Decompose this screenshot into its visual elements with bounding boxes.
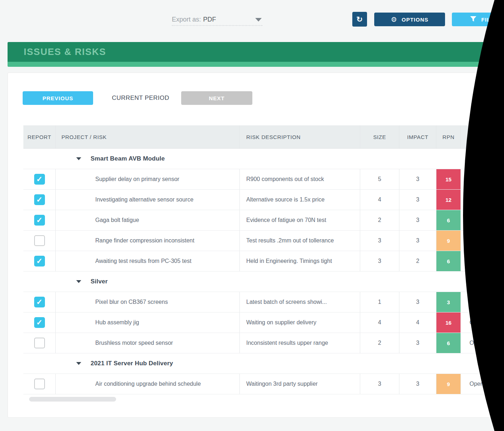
column-header-size[interactable]: SIZE — [360, 125, 399, 148]
size-cell: 4 — [360, 312, 399, 333]
project-group-name: Silver — [91, 278, 108, 285]
section-title-bar: ISSUES & RISKS — [8, 42, 491, 67]
export-as-dropdown[interactable]: Export as: PDF — [172, 14, 262, 26]
refresh-button[interactable]: ↻ — [352, 12, 367, 27]
report-cell: ✓ — [23, 169, 55, 189]
rpn-badge: 15 — [436, 169, 461, 189]
collapse-caret-icon[interactable] — [76, 280, 81, 283]
size-cell: 2 — [360, 210, 399, 230]
report-checkbox[interactable]: ✓ — [34, 215, 45, 226]
size-cell: 2 — [360, 333, 399, 353]
risk-description-cell: Held in Engineering. Timings tight — [239, 251, 360, 271]
report-cell: ✓ — [23, 292, 55, 312]
gear-icon: ⚙ — [391, 16, 397, 23]
report-cell: ✓ — [23, 312, 55, 333]
rpn-badge: 9 — [436, 231, 461, 251]
filter-icon — [470, 16, 476, 23]
table-row[interactable]: ✓ Investigating alternative sensor sourc… — [23, 190, 504, 210]
table-row[interactable]: ✓ Awaiting test results from PC-305 test… — [23, 251, 504, 272]
report-cell — [23, 333, 55, 353]
table-row[interactable]: ✓ Gaga bolt fatigue Evidence of fatigue … — [23, 210, 504, 231]
report-checkbox[interactable] — [34, 235, 45, 246]
table-row[interactable]: Range finder compression inconsistent Te… — [23, 231, 504, 251]
check-icon: ✓ — [36, 216, 43, 224]
top-toolbar: Export as: PDF ↻ ⚙ OPTIONS FILTER — [0, 0, 504, 40]
impact-cell: 3 — [399, 333, 436, 353]
risk-description-cell: Test results .2mm out of tollerance — [239, 231, 360, 251]
rpn-badge: 6 — [436, 251, 461, 271]
refresh-icon: ↻ — [356, 15, 363, 24]
size-cell: 1 — [360, 292, 399, 312]
rpn-cell: 9 — [436, 231, 461, 251]
risk-description-cell: Latest batch of screens showi... — [239, 292, 360, 312]
scrollbar-thumb[interactable] — [29, 397, 116, 402]
impact-cell: 3 — [399, 231, 436, 251]
rpn-badge: 6 — [436, 210, 461, 230]
report-checkbox[interactable] — [34, 379, 45, 389]
rpn-badge: 3 — [436, 292, 461, 312]
check-icon: ✓ — [36, 298, 43, 306]
rpn-cell: 15 — [436, 169, 461, 189]
report-checkbox[interactable]: ✓ — [34, 194, 45, 205]
collapse-caret-icon[interactable] — [76, 362, 81, 365]
rpn-badge: 12 — [436, 190, 461, 210]
impact-cell: 3 — [399, 190, 436, 210]
report-checkbox[interactable]: ✓ — [34, 317, 45, 328]
column-header-rpn[interactable]: RPN — [436, 125, 461, 148]
current-period-label: CURRENT PERIOD — [106, 94, 175, 102]
size-cell: 3 — [360, 374, 399, 394]
project-group-row[interactable]: Silver — [23, 272, 504, 292]
table-header-row: REPORT PROJECT / RISK RISK DESCRIPTION S… — [23, 125, 504, 149]
risk-name-cell: Gaga bolt fatigue — [55, 210, 239, 230]
risk-description-cell: Evidence of fatigue on 70N test — [239, 210, 360, 230]
risk-name-cell: Hub assembly jig — [55, 312, 239, 333]
size-cell: 3 — [360, 231, 399, 251]
column-header-project-risk[interactable]: PROJECT / RISK — [55, 125, 239, 148]
rpn-cell: 9 — [436, 374, 461, 394]
report-checkbox[interactable] — [34, 338, 45, 348]
table-row[interactable]: Brushless motor speed sensor Inconsisten… — [23, 333, 504, 353]
table-row[interactable]: ✓ Hub assembly jig Waiting on supplier d… — [23, 312, 504, 333]
options-button[interactable]: ⚙ OPTIONS — [374, 13, 445, 26]
horizontal-scrollbar[interactable] — [23, 394, 504, 404]
report-checkbox[interactable]: ✓ — [34, 256, 45, 267]
impact-cell: 2 — [399, 251, 436, 271]
next-period-button[interactable]: NEXT — [181, 91, 252, 105]
rpn-cell: 12 — [436, 190, 461, 210]
rpn-cell: 16 — [436, 312, 461, 333]
impact-cell: 3 — [399, 169, 436, 189]
rpn-badge: 9 — [436, 374, 461, 394]
column-header-impact[interactable]: IMPACT — [399, 125, 436, 148]
risk-description-cell: R900 components out of stock — [239, 169, 360, 189]
rpn-cell: 3 — [436, 292, 461, 312]
section-title-bar-strip — [8, 62, 491, 67]
risk-description-cell: Waitingon 3rd party supplier — [239, 374, 360, 394]
table-row[interactable]: Air conditioning upgrade behind schedule… — [23, 374, 504, 394]
table-row[interactable]: ✓ Pixel blur on CB367 screens Latest bat… — [23, 292, 504, 312]
previous-period-button[interactable]: PREVIOUS — [23, 91, 93, 105]
report-checkbox[interactable]: ✓ — [34, 174, 45, 185]
issues-risks-panel: PREVIOUS CURRENT PERIOD NEXT REPORT PROJ… — [8, 73, 496, 418]
collapse-caret-icon[interactable] — [76, 157, 81, 160]
report-cell: ✓ — [23, 190, 55, 210]
impact-cell: 3 — [399, 292, 436, 312]
risk-description-cell: Alternative source is 1.5x price — [239, 190, 360, 210]
column-header-report[interactable]: REPORT — [23, 125, 55, 148]
risk-name-cell: Investigating alternative sensor source — [55, 190, 239, 210]
project-group-row[interactable]: 2021 IT Server Hub Delivery — [23, 353, 504, 374]
report-checkbox[interactable]: ✓ — [34, 297, 45, 307]
rpn-badge: 6 — [436, 333, 461, 353]
page-title: ISSUES & RISKS — [8, 46, 106, 57]
size-cell: 3 — [360, 251, 399, 271]
report-cell: ✓ — [23, 210, 55, 230]
impact-cell: 3 — [399, 210, 436, 230]
project-group-row[interactable]: Smart Beam AVB Module — [23, 149, 504, 169]
table-row[interactable]: ✓ Supplier delay on primary sensor R900 … — [23, 169, 504, 190]
column-header-risk-description[interactable]: RISK DESCRIPTION — [239, 125, 360, 148]
report-cell: ✓ — [23, 251, 55, 271]
rpn-cell: 6 — [436, 333, 461, 353]
risk-description-cell: Waiting on supplier delivery — [239, 312, 360, 333]
section-title-bar-main: ISSUES & RISKS — [8, 42, 491, 62]
risk-name-cell: Supplier delay on primary sensor — [55, 169, 239, 189]
project-group-name: Smart Beam AVB Module — [91, 155, 165, 162]
